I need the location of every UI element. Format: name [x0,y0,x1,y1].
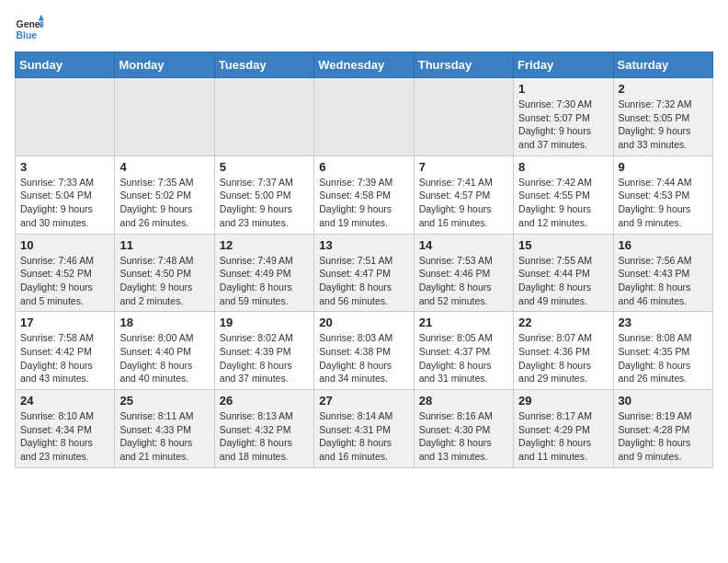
calendar-week-row: 3Sunrise: 7:33 AM Sunset: 5:04 PM Daylig… [16,155,713,234]
calendar-cell: 3Sunrise: 7:33 AM Sunset: 5:04 PM Daylig… [16,155,115,234]
calendar-table: SundayMondayTuesdayWednesdayThursdayFrid… [15,52,713,468]
weekday-header: Saturday [613,52,712,78]
calendar-cell: 1Sunrise: 7:30 AM Sunset: 5:07 PM Daylig… [514,78,613,156]
day-number: 20 [319,316,408,329]
day-number: 10 [20,238,109,252]
day-info: Sunrise: 8:13 AM Sunset: 4:32 PM Dayligh… [220,409,309,464]
day-info: Sunrise: 7:56 AM Sunset: 4:43 PM Dayligh… [619,254,708,308]
day-number: 29 [518,394,608,408]
svg-text:Blue: Blue [17,30,38,40]
day-info: Sunrise: 7:41 AM Sunset: 4:57 PM Dayligh… [419,176,508,230]
weekday-header: Thursday [414,52,513,78]
calendar-cell: 25Sunrise: 8:11 AM Sunset: 4:33 PM Dayli… [115,390,214,468]
weekday-header: Monday [115,52,214,78]
day-number: 28 [419,394,508,408]
calendar-cell [414,78,513,156]
day-number: 7 [419,160,508,174]
day-info: Sunrise: 7:37 AM Sunset: 5:00 PM Dayligh… [220,176,309,230]
day-number: 15 [518,238,608,252]
calendar-week-row: 24Sunrise: 8:10 AM Sunset: 4:34 PM Dayli… [16,390,713,468]
calendar-cell: 10Sunrise: 7:46 AM Sunset: 4:52 PM Dayli… [16,234,115,312]
calendar-cell: 14Sunrise: 7:53 AM Sunset: 4:46 PM Dayli… [414,234,513,312]
calendar-cell: 22Sunrise: 8:07 AM Sunset: 4:36 PM Dayli… [514,312,613,390]
day-number: 18 [119,316,209,329]
logo-icon: General Blue [15,15,44,44]
day-info: Sunrise: 7:33 AM Sunset: 5:04 PM Dayligh… [20,176,109,230]
day-info: Sunrise: 8:19 AM Sunset: 4:28 PM Dayligh… [619,409,708,464]
weekday-header: Friday [514,52,613,78]
day-number: 4 [119,160,209,174]
weekday-header: Sunday [16,52,115,78]
day-info: Sunrise: 7:32 AM Sunset: 5:05 PM Dayligh… [619,98,708,152]
day-number: 14 [419,238,508,252]
calendar-cell [314,78,414,156]
calendar-cell: 28Sunrise: 8:16 AM Sunset: 4:30 PM Dayli… [414,390,513,468]
calendar-cell: 26Sunrise: 8:13 AM Sunset: 4:32 PM Dayli… [214,390,313,468]
calendar-cell: 2Sunrise: 7:32 AM Sunset: 5:05 PM Daylig… [613,78,712,156]
day-number: 12 [220,238,309,252]
day-number: 8 [518,160,608,174]
day-info: Sunrise: 8:10 AM Sunset: 4:34 PM Dayligh… [20,409,109,464]
day-info: Sunrise: 7:42 AM Sunset: 4:55 PM Dayligh… [518,176,608,230]
day-info: Sunrise: 7:48 AM Sunset: 4:50 PM Dayligh… [119,254,209,308]
calendar-cell [115,78,214,156]
day-info: Sunrise: 7:44 AM Sunset: 4:53 PM Dayligh… [619,176,708,230]
day-info: Sunrise: 7:39 AM Sunset: 4:58 PM Dayligh… [319,176,408,230]
day-number: 22 [518,316,608,329]
page-header: General Blue [15,15,713,44]
svg-marker-2 [39,15,44,20]
calendar-cell: 12Sunrise: 7:49 AM Sunset: 4:49 PM Dayli… [214,234,313,312]
day-number: 16 [619,238,708,252]
day-number: 25 [119,394,209,408]
calendar-week-row: 10Sunrise: 7:46 AM Sunset: 4:52 PM Dayli… [16,234,713,312]
day-info: Sunrise: 8:07 AM Sunset: 4:36 PM Dayligh… [518,331,608,385]
day-number: 30 [619,394,708,408]
calendar-cell: 16Sunrise: 7:56 AM Sunset: 4:43 PM Dayli… [613,234,712,312]
day-number: 24 [20,394,109,408]
weekday-header-row: SundayMondayTuesdayWednesdayThursdayFrid… [16,52,713,78]
day-number: 3 [20,160,109,174]
day-info: Sunrise: 7:51 AM Sunset: 4:47 PM Dayligh… [319,254,408,308]
day-number: 2 [619,82,708,96]
calendar-cell: 15Sunrise: 7:55 AM Sunset: 4:44 PM Dayli… [514,234,613,312]
day-number: 6 [319,160,408,174]
day-info: Sunrise: 8:03 AM Sunset: 4:38 PM Dayligh… [319,331,408,385]
day-number: 21 [419,316,508,329]
calendar-cell: 6Sunrise: 7:39 AM Sunset: 4:58 PM Daylig… [314,155,414,234]
day-number: 17 [20,316,109,329]
calendar-cell: 17Sunrise: 7:58 AM Sunset: 4:42 PM Dayli… [16,312,115,390]
calendar-cell [214,78,313,156]
day-info: Sunrise: 7:30 AM Sunset: 5:07 PM Dayligh… [518,98,608,152]
calendar-cell: 11Sunrise: 7:48 AM Sunset: 4:50 PM Dayli… [115,234,214,312]
calendar-cell: 29Sunrise: 8:17 AM Sunset: 4:29 PM Dayli… [514,390,613,468]
logo: General Blue [15,15,44,44]
calendar-cell: 18Sunrise: 8:00 AM Sunset: 4:40 PM Dayli… [115,312,214,390]
day-info: Sunrise: 8:08 AM Sunset: 4:35 PM Dayligh… [619,331,708,385]
calendar-cell: 13Sunrise: 7:51 AM Sunset: 4:47 PM Dayli… [314,234,414,312]
day-info: Sunrise: 8:05 AM Sunset: 4:37 PM Dayligh… [419,331,508,385]
weekday-header: Tuesday [214,52,313,78]
day-info: Sunrise: 8:14 AM Sunset: 4:31 PM Dayligh… [319,409,408,464]
calendar-cell: 5Sunrise: 7:37 AM Sunset: 5:00 PM Daylig… [214,155,313,234]
day-number: 27 [319,394,408,408]
day-number: 13 [319,238,408,252]
day-info: Sunrise: 8:11 AM Sunset: 4:33 PM Dayligh… [119,409,209,464]
calendar-week-row: 17Sunrise: 7:58 AM Sunset: 4:42 PM Dayli… [16,312,713,390]
calendar-cell: 9Sunrise: 7:44 AM Sunset: 4:53 PM Daylig… [613,155,712,234]
calendar-cell: 21Sunrise: 8:05 AM Sunset: 4:37 PM Dayli… [414,312,513,390]
calendar-cell [16,78,115,156]
calendar-week-row: 1Sunrise: 7:30 AM Sunset: 5:07 PM Daylig… [16,78,713,156]
day-info: Sunrise: 8:16 AM Sunset: 4:30 PM Dayligh… [419,409,508,464]
calendar-cell: 24Sunrise: 8:10 AM Sunset: 4:34 PM Dayli… [16,390,115,468]
day-info: Sunrise: 8:00 AM Sunset: 4:40 PM Dayligh… [119,331,209,385]
day-number: 19 [220,316,309,329]
day-number: 5 [220,160,309,174]
calendar-cell: 20Sunrise: 8:03 AM Sunset: 4:38 PM Dayli… [314,312,414,390]
day-info: Sunrise: 8:02 AM Sunset: 4:39 PM Dayligh… [220,331,309,385]
weekday-header: Wednesday [314,52,414,78]
day-number: 11 [119,238,209,252]
day-info: Sunrise: 7:53 AM Sunset: 4:46 PM Dayligh… [419,254,508,308]
calendar-cell: 30Sunrise: 8:19 AM Sunset: 4:28 PM Dayli… [613,390,712,468]
day-info: Sunrise: 7:35 AM Sunset: 5:02 PM Dayligh… [119,176,209,230]
day-info: Sunrise: 7:49 AM Sunset: 4:49 PM Dayligh… [220,254,309,308]
